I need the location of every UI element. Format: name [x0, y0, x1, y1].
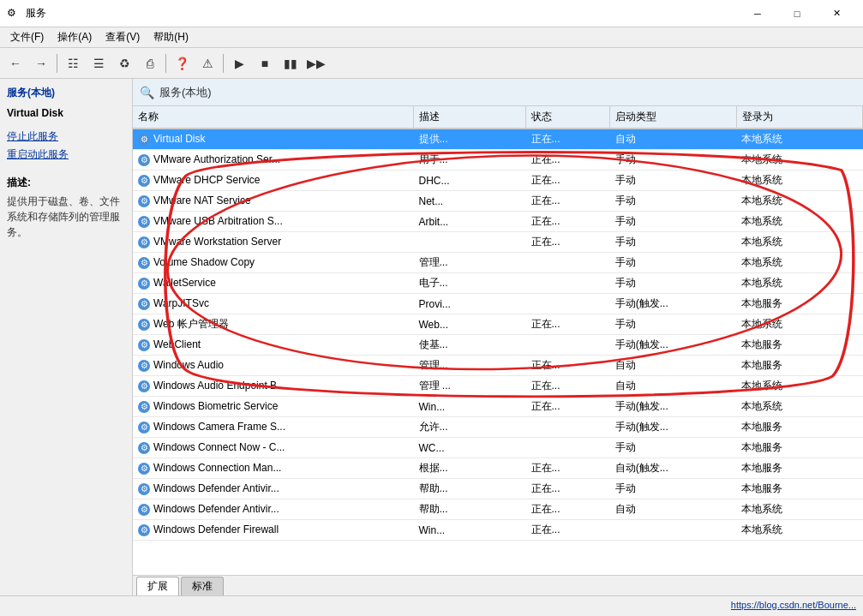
menu-help[interactable]: 帮助(H) [147, 28, 195, 46]
col-header-name[interactable]: 名称 [133, 106, 414, 129]
service-desc-cell: WC... [414, 438, 526, 458]
table-row[interactable]: ⚙Windows Defender FirewallWin...正在...本地系… [133, 520, 863, 541]
service-status-cell [526, 273, 610, 294]
service-login-cell: 本地系统 [736, 170, 862, 191]
back-button[interactable]: ← [3, 51, 27, 75]
service-starttype-cell: 手动(触发... [610, 335, 736, 356]
menu-bar: 文件(F) 操作(A) 查看(V) 帮助(H) [0, 27, 863, 48]
service-status-cell: 正在... [526, 150, 610, 170]
service-login-cell: 本地系统 [736, 520, 862, 541]
title-controls: ─ □ ✕ [738, 0, 856, 27]
forward-button[interactable]: → [29, 51, 53, 75]
service-status-cell [526, 438, 610, 458]
service-status-cell: 正在... [526, 397, 610, 417]
refresh-button[interactable]: ♻ [112, 51, 136, 75]
table-row[interactable]: ⚙VMware DHCP ServiceDHC...正在...手动本地系统 [133, 170, 863, 191]
service-starttype-cell: 手动(触发... [610, 417, 736, 438]
service-login-cell: 本地服务 [736, 417, 862, 438]
service-status-cell: 正在... [526, 479, 610, 499]
service-desc-cell: 用于... [414, 150, 526, 170]
table-row[interactable]: ⚙Volume Shadow Copy管理...手动本地系统 [133, 253, 863, 273]
service-status-cell: 正在... [526, 314, 610, 335]
property-button[interactable]: ⚠ [195, 51, 219, 75]
service-starttype-cell: 手动(触发... [610, 397, 736, 417]
service-login-cell: 本地系统 [736, 150, 862, 170]
service-name-cell: ⚙WebClient [133, 335, 414, 356]
restart-service-link[interactable]: 重启动此服务 [7, 147, 125, 162]
service-status-cell [526, 417, 610, 438]
title-bar-left: ⚙ 服务 [7, 6, 46, 21]
service-name-cell: ⚙Windows Defender Firewall [133, 520, 414, 541]
col-header-desc[interactable]: 描述 [414, 106, 526, 129]
services-table: 名称 描述 状态 启动类型 登录为 ⚙Virtual Disk提供...正在..… [133, 106, 863, 541]
service-login-cell: 本地服务 [736, 458, 862, 479]
bottom-tabs: 扩展 标准 [133, 575, 863, 595]
service-name-cell: ⚙Windows Defender Antivir... [133, 479, 414, 499]
service-login-cell: 本地系统 [736, 273, 862, 294]
table-row[interactable]: ⚙Windows Biometric ServiceWin...正在...手动(… [133, 397, 863, 417]
tab-extended[interactable]: 扩展 [136, 577, 179, 595]
service-starttype-cell: 手动 [610, 438, 736, 458]
service-name-cell: ⚙WalletService [133, 273, 414, 294]
service-login-cell: 本地服务 [736, 438, 862, 458]
table-row[interactable]: ⚙VMware Workstation Server正在...手动本地系统 [133, 232, 863, 253]
table-row[interactable]: ⚙Windows Connection Man...根据...正在...自动(触… [133, 458, 863, 479]
menu-file[interactable]: 文件(F) [3, 28, 51, 46]
start-button[interactable]: ▶ [227, 51, 251, 75]
main-area: 服务(本地) Virtual Disk 停止此服务 重启动此服务 描述: 提供用… [0, 79, 863, 595]
table-row[interactable]: ⚙WebClient使基...手动(触发...本地服务 [133, 335, 863, 356]
service-name-cell: ⚙Windows Audio Endpoint B... [133, 376, 414, 397]
service-name-cell: ⚙Windows Defender Antivir... [133, 499, 414, 520]
table-row[interactable]: ⚙Web 帐户管理器Web...正在...手动本地系统 [133, 314, 863, 335]
left-panel-title[interactable]: 服务(本地) [7, 86, 125, 100]
service-login-cell: 本地服务 [736, 479, 862, 499]
service-starttype-cell: 自动(触发... [610, 458, 736, 479]
service-login-cell: 本地系统 [736, 376, 862, 397]
service-name-cell: ⚙VMware Authorization Ser... [133, 150, 414, 170]
col-header-status[interactable]: 状态 [526, 106, 610, 129]
col-header-login[interactable]: 登录为 [736, 106, 862, 129]
service-desc-cell: 帮助... [414, 499, 526, 520]
col-header-starttype[interactable]: 启动类型 [610, 106, 736, 129]
services-table-container[interactable]: 名称 描述 状态 启动类型 登录为 ⚙Virtual Disk提供...正在..… [133, 106, 863, 575]
export-button[interactable]: ⎙ [138, 51, 162, 75]
table-row[interactable]: ⚙WarpJITSvcProvi...手动(触发...本地服务 [133, 294, 863, 314]
close-button[interactable]: ✕ [817, 0, 856, 27]
service-desc-cell: 允许... [414, 417, 526, 438]
list-button[interactable]: ☰ [87, 51, 111, 75]
menu-action[interactable]: 操作(A) [51, 28, 99, 46]
service-icon: ⚙ [138, 360, 150, 372]
table-row[interactable]: ⚙VMware NAT ServiceNet...正在...手动本地系统 [133, 191, 863, 212]
service-starttype-cell: 手动 [610, 479, 736, 499]
service-status-cell [526, 335, 610, 356]
tree-button[interactable]: ☷ [61, 51, 85, 75]
table-row[interactable]: ⚙Windows Connect Now - C...WC...手动本地服务 [133, 438, 863, 458]
maximize-button[interactable]: □ [777, 0, 817, 27]
table-row[interactable]: ⚙VMware USB Arbitration S...Arbit...正在..… [133, 212, 863, 232]
service-login-cell: 本地系统 [736, 314, 862, 335]
tab-standard[interactable]: 标准 [181, 577, 224, 595]
table-row[interactable]: ⚙Virtual Disk提供...正在...自动本地系统 [133, 129, 863, 150]
status-link[interactable]: https://blog.csdn.net/Bourne... [731, 600, 856, 610]
service-desc-cell: Arbit... [414, 212, 526, 232]
service-status-cell: 正在... [526, 129, 610, 150]
table-row[interactable]: ⚙WalletService电子...手动本地系统 [133, 273, 863, 294]
service-status-cell: 正在... [526, 232, 610, 253]
table-row[interactable]: ⚙Windows Audio Endpoint B...管理 ...正在...自… [133, 376, 863, 397]
restart-button[interactable]: ▶▶ [304, 51, 328, 75]
table-row[interactable]: ⚙Windows Defender Antivir...帮助...正在...自动… [133, 499, 863, 520]
pause-button[interactable]: ▮▮ [279, 51, 303, 75]
table-row[interactable]: ⚙VMware Authorization Ser...用于...正在...手动… [133, 150, 863, 170]
table-row[interactable]: ⚙Windows Camera Frame S...允许...手动(触发...本… [133, 417, 863, 438]
stop-button[interactable]: ■ [253, 51, 277, 75]
table-row[interactable]: ⚙Windows Defender Antivir...帮助...正在...手动… [133, 479, 863, 499]
service-starttype-cell [610, 520, 736, 541]
minimize-button[interactable]: ─ [738, 0, 777, 27]
menu-view[interactable]: 查看(V) [99, 28, 147, 46]
selected-service-name: Virtual Disk [7, 107, 63, 119]
table-row[interactable]: ⚙Windows Audio管理...正在...自动本地服务 [133, 356, 863, 376]
stop-service-link[interactable]: 停止此服务 [7, 129, 125, 144]
help-button[interactable]: ❓ [170, 51, 194, 75]
service-desc-cell: 根据... [414, 458, 526, 479]
service-icon: ⚙ [138, 195, 150, 207]
